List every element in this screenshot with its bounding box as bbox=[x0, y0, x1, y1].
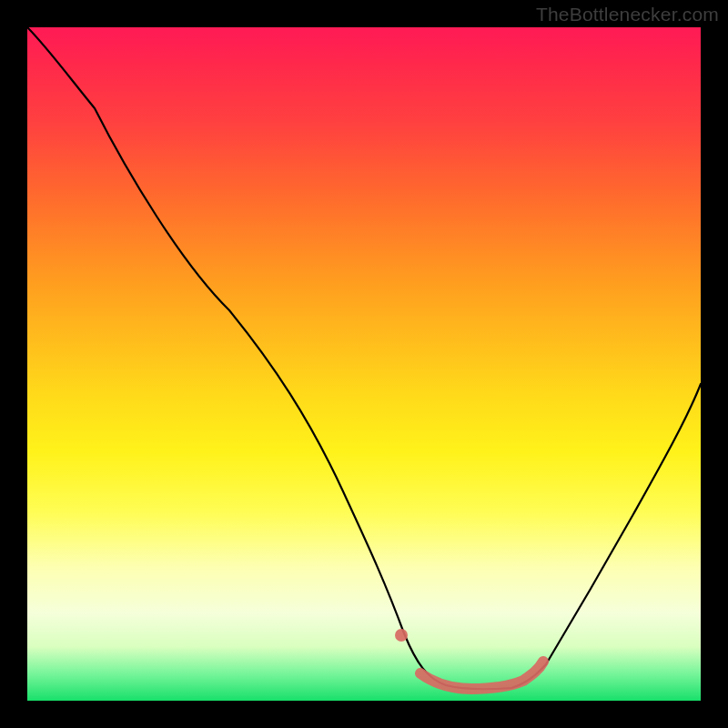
attribution-label: TheBottlenecker.com bbox=[536, 4, 719, 25]
chart-stage: TheBottlenecker.com bbox=[0, 0, 728, 728]
highlight-segment bbox=[420, 662, 543, 689]
curve-svg bbox=[27, 27, 701, 701]
highlight-dot-start bbox=[395, 629, 408, 642]
bottleneck-curve bbox=[27, 27, 701, 689]
plot-area bbox=[27, 27, 701, 701]
